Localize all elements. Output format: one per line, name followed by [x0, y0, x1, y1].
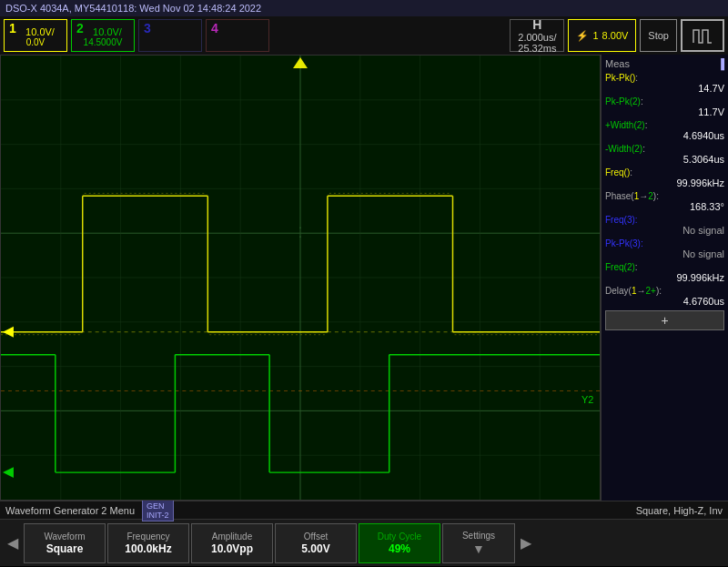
status-right-text: Square, High-Z, Inv	[636, 505, 723, 516]
settings-down-icon: ▼	[472, 542, 485, 556]
timebase-delay: 25.32ms	[518, 43, 556, 54]
main-area: Y2 Meas ▐ Pk-Pk(): 14.7V Pk-Pk(2): 11.7V…	[0, 55, 728, 501]
channel-2-block[interactable]: 2 10.0V/ 14.5000V	[71, 19, 135, 52]
trigger-icon: ⚡	[576, 30, 589, 42]
run-status-block[interactable]: Stop	[640, 19, 677, 52]
meas-item-4: Freq(): 99.996kHz	[605, 167, 724, 188]
svg-text:Y2: Y2	[581, 394, 593, 405]
toolbar-prev-button[interactable]: ◀	[4, 523, 22, 563]
amplitude-button-value: 10.0Vpp	[211, 542, 253, 555]
meas-item-2: +Width(2): 4.6940us	[605, 120, 724, 141]
trigger-channel: 1	[592, 30, 598, 41]
ch1-number: 1	[9, 21, 16, 35]
ch2-number: 2	[76, 21, 84, 35]
channel-3-block[interactable]: 3	[138, 19, 202, 52]
title-bar: DSO-X 4034A, MY54410118: Wed Nov 02 14:4…	[0, 0, 728, 16]
meas-item-7: Pk-Pk(3): No signal	[605, 238, 724, 259]
meas-panel: Meas ▐ Pk-Pk(): 14.7V Pk-Pk(2): 11.7V +W…	[601, 55, 728, 501]
timebase-scale: 2.000us/	[518, 32, 556, 43]
timebase-label: H	[532, 17, 541, 32]
meas-info-icon: ▐	[717, 58, 724, 69]
settings-button[interactable]: Settings ▼	[442, 523, 515, 563]
toolbar-next-button[interactable]: ▶	[517, 523, 535, 563]
channel-4-block[interactable]: 4	[206, 19, 269, 52]
meas-item-6: Freq(3): No signal	[605, 215, 724, 236]
trigger-voltage: 8.00V	[602, 30, 629, 41]
meas-item-3: -Width(2): 5.3064us	[605, 144, 724, 165]
gen-badge: GENINIT-2	[142, 500, 174, 521]
waveform-icon	[690, 23, 715, 48]
offset-button-label: Offset	[304, 532, 329, 542]
ch2-scale: 10.0V/	[93, 26, 122, 37]
status-left-text: Waveform Generator 2 Menu	[5, 505, 135, 516]
waveform-button-value: Square	[46, 542, 84, 555]
ch1-scale: 10.0V/	[25, 26, 55, 37]
title-text: DSO-X 4034A, MY54410118: Wed Nov 02 14:4…	[5, 3, 261, 14]
frequency-button-value: 100.0kHz	[125, 542, 171, 555]
auto-block[interactable]	[681, 19, 724, 52]
waveform-display: Y2	[1, 56, 600, 500]
svg-marker-24	[3, 467, 14, 478]
run-status-text: Stop	[648, 30, 669, 41]
timebase-block[interactable]: H 2.000us/ 25.32ms	[510, 19, 564, 52]
duty-cycle-button-value: 49%	[389, 542, 410, 555]
ch2-offset: 14.5000V	[84, 37, 123, 47]
settings-button-label: Settings	[462, 531, 495, 541]
offset-button[interactable]: Offset 5.00V	[275, 523, 357, 563]
amplitude-button-label: Amplitude	[212, 532, 252, 542]
meas-add-button[interactable]: +	[605, 310, 724, 330]
meas-item-5: Phase(1→2): 168.33°	[605, 191, 724, 212]
meas-item-9: Delay(1→2+): 4.6760us	[605, 286, 724, 307]
waveform-button[interactable]: Waveform Square	[24, 523, 106, 563]
frequency-button-label: Frequency	[126, 532, 169, 542]
svg-marker-22	[293, 57, 308, 68]
duty-cycle-button[interactable]: Duty Cycle 49%	[359, 523, 440, 563]
meas-panel-header: Meas ▐	[605, 58, 724, 69]
channel-header: 1 10.0V/ 0.0V 2 10.0V/ 14.5000V 3 4 H 2.…	[0, 16, 728, 55]
meas-title: Meas	[605, 58, 630, 69]
amplitude-button[interactable]: Amplitude 10.0Vpp	[191, 523, 273, 563]
scope-screen: Y2	[0, 55, 601, 501]
channel-1-block[interactable]: 1 10.0V/ 0.0V	[4, 19, 67, 52]
ch4-number: 4	[211, 21, 218, 35]
frequency-button[interactable]: Frequency 100.0kHz	[107, 523, 189, 563]
meas-item-1: Pk-Pk(2): 11.7V	[605, 96, 724, 117]
duty-cycle-button-label: Duty Cycle	[378, 532, 421, 542]
meas-item-0: Pk-Pk(): 14.7V	[605, 73, 724, 94]
ch3-number: 3	[144, 21, 151, 35]
ch1-offset: 0.0V	[26, 37, 46, 47]
status-bar: Waveform Generator 2 Menu GENINIT-2 Squa…	[0, 501, 728, 519]
toolbar: ◀ Waveform Square Frequency 100.0kHz Amp…	[0, 519, 728, 566]
svg-marker-23	[3, 327, 14, 338]
trigger-block[interactable]: ⚡ 1 8.00V	[568, 19, 636, 52]
waveform-button-label: Waveform	[44, 532, 85, 542]
meas-item-8: Freq(2): 99.996kHz	[605, 262, 724, 283]
offset-button-value: 5.00V	[301, 542, 329, 555]
